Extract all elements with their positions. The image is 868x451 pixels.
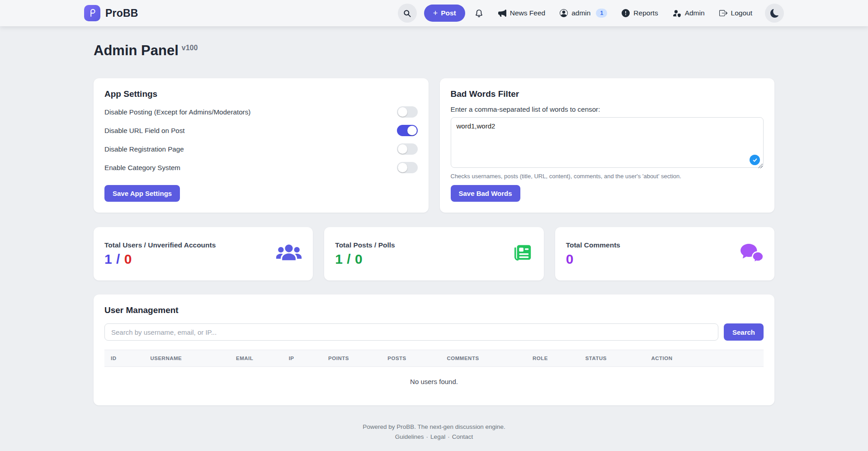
nav-item-reports[interactable]: Reports	[622, 9, 658, 17]
nav-item-admin[interactable]: Admin	[673, 9, 705, 17]
notification-count-badge: 1	[596, 9, 607, 18]
column-header-role: ROLE	[526, 350, 579, 367]
reports-label: Reports	[633, 9, 658, 17]
disable-posting-toggle[interactable]	[397, 106, 418, 118]
nav-item-news-feed[interactable]: News Feed	[498, 9, 545, 17]
users-table: ID USERNAME EMAIL IP POINTS POSTS COMMEN…	[104, 350, 764, 394]
bad-words-title: Bad Words Filter	[451, 89, 764, 99]
user-search-input[interactable]	[104, 323, 718, 341]
footer-tagline: Powered by ProBB. The next-gen discussio…	[94, 423, 774, 430]
footer-link-contact[interactable]: Contact	[452, 433, 473, 440]
stat-value: 0	[566, 252, 620, 267]
empty-state-row: No users found.	[104, 367, 764, 395]
table-header-row: ID USERNAME EMAIL IP POINTS POSTS COMMEN…	[104, 350, 764, 367]
setting-label: Enable Category System	[104, 164, 180, 171]
setting-label: Disable URL Field on Post	[104, 127, 185, 134]
page-title: Admin Panelv100	[94, 43, 774, 59]
user-management-card: User Management Search ID USERNAME EMAIL…	[94, 294, 774, 405]
app-settings-title: App Settings	[104, 89, 418, 99]
bad-words-textarea[interactable]: word1,word2	[451, 117, 764, 168]
new-post-button[interactable]: + Post	[424, 5, 465, 22]
comments-icon	[739, 242, 764, 265]
setting-label: Disable Registration Page	[104, 145, 184, 153]
new-post-label: Post	[441, 9, 456, 17]
page-title-text: Admin Panel	[94, 43, 179, 58]
nav-item-logout[interactable]: Logout	[719, 9, 752, 17]
setting-row-disable-url: Disable URL Field on Post	[104, 124, 418, 136]
stat-card-users: Total Users / Unverified Accounts 1 / 0	[94, 227, 313, 280]
column-header-status: STATUS	[579, 350, 645, 367]
users-group-icon	[276, 243, 302, 265]
toggle-knob	[398, 163, 407, 172]
bad-words-field-wrap: word1,word2	[451, 117, 764, 170]
empty-state-message: No users found.	[104, 367, 764, 395]
user-shield-icon	[673, 9, 681, 17]
column-header-action: ACTION	[645, 350, 764, 367]
stat-label: Total Posts / Polls	[335, 241, 395, 249]
exclamation-circle-icon	[622, 9, 630, 17]
column-header-posts: POSTS	[381, 350, 440, 367]
navbar: ProBB + Post	[0, 0, 868, 26]
person-circle-icon	[560, 9, 568, 17]
stat-value: 1 / 0	[104, 252, 216, 267]
footer-link-legal[interactable]: Legal	[430, 433, 445, 440]
plus-icon: +	[433, 9, 438, 17]
logout-icon	[719, 9, 727, 17]
footer: Powered by ProBB. The next-gen discussio…	[94, 423, 774, 440]
user-management-title: User Management	[104, 305, 764, 315]
stat-label: Total Comments	[566, 241, 620, 249]
user-search-row: Search	[104, 323, 764, 341]
disable-url-field-toggle[interactable]	[397, 125, 418, 136]
app-settings-card: App Settings Disable Posting (Except for…	[94, 78, 429, 213]
megaphone-icon	[498, 9, 506, 17]
stat-label: Total Users / Unverified Accounts	[104, 241, 216, 249]
setting-row-disable-posting: Disable Posting (Except for Admins/Moder…	[104, 106, 418, 118]
nav-item-profile[interactable]: admin 1	[560, 9, 607, 18]
toggle-knob	[398, 144, 407, 154]
brand-link[interactable]: ProBB	[84, 5, 138, 21]
stat-card-posts: Total Posts / Polls 1 / 0	[324, 227, 543, 280]
footer-links: Guidelines·Legal·Contact	[94, 433, 774, 440]
username-label: admin	[571, 9, 590, 17]
admin-label: Admin	[685, 9, 705, 17]
save-app-settings-button[interactable]: Save App Settings	[104, 185, 180, 202]
column-header-username: USERNAME	[144, 350, 230, 367]
stat-comments-count: 0	[566, 252, 574, 266]
moon-icon	[770, 9, 779, 18]
newspaper-icon	[512, 242, 533, 265]
toggle-knob	[407, 126, 417, 135]
bell-icon	[474, 9, 484, 18]
user-search-button[interactable]: Search	[724, 323, 764, 341]
enable-category-system-toggle[interactable]	[397, 162, 418, 173]
column-header-comments: COMMENTS	[441, 350, 527, 367]
setting-label: Disable Posting (Except for Admins/Moder…	[104, 108, 250, 116]
probb-logo-icon	[84, 5, 100, 21]
bad-words-label: Enter a comma-separated list of words to…	[451, 105, 764, 113]
brand-name: ProBB	[105, 7, 138, 19]
disable-registration-toggle[interactable]	[397, 143, 418, 155]
bad-words-helper: Checks usernames, posts (title, URL, con…	[451, 173, 764, 180]
column-header-ip: IP	[283, 350, 322, 367]
toggle-knob	[398, 107, 407, 117]
footer-link-guidelines[interactable]: Guidelines	[395, 433, 424, 440]
logout-label: Logout	[731, 9, 752, 17]
resize-handle[interactable]	[758, 164, 763, 168]
search-button[interactable]	[398, 4, 417, 23]
stat-unverified-count: 0	[124, 252, 132, 266]
dark-mode-toggle[interactable]	[765, 4, 784, 23]
setting-row-category-system: Enable Category System	[104, 161, 418, 173]
bad-words-card: Bad Words Filter Enter a comma-separated…	[440, 78, 775, 213]
stat-card-comments: Total Comments 0	[555, 227, 774, 280]
stat-value: 1 / 0	[335, 252, 395, 267]
stat-users-count: 1 /	[104, 252, 124, 266]
news-feed-label: News Feed	[510, 9, 545, 17]
column-header-email: EMAIL	[230, 350, 283, 367]
setting-row-disable-registration: Disable Registration Page	[104, 143, 418, 155]
version-label: v100	[182, 44, 198, 52]
nav-actions: + Post News Feed	[398, 4, 784, 23]
stat-posts-count: 1 / 0	[335, 252, 363, 266]
save-bad-words-button[interactable]: Save Bad Words	[451, 185, 520, 202]
column-header-id: ID	[104, 350, 144, 367]
notifications-button[interactable]	[474, 9, 484, 18]
footer-separator: ·	[426, 433, 429, 440]
